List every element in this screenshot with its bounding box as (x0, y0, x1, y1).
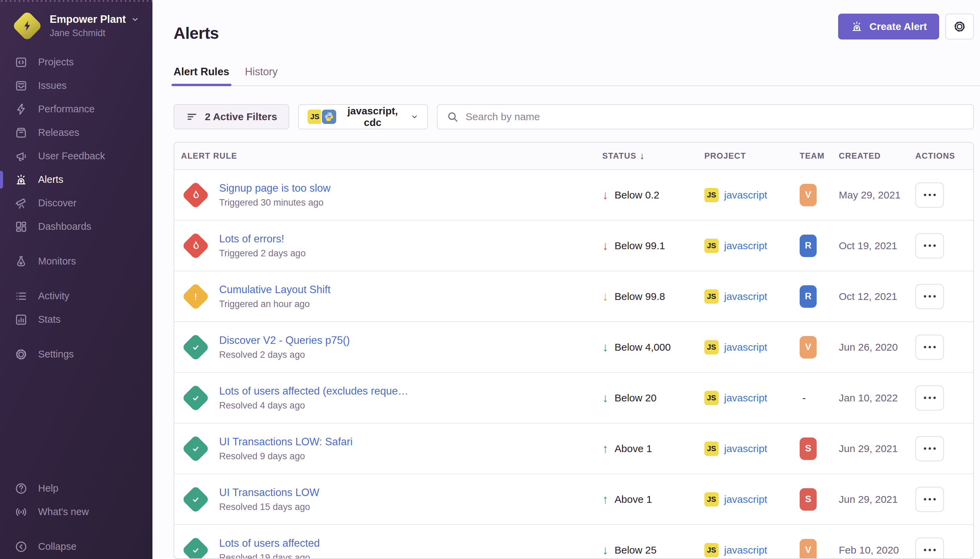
alert-rule-status-text: Resolved 19 days ago (219, 552, 320, 559)
row-actions-button[interactable] (916, 436, 944, 461)
python-platform-icon (322, 110, 336, 124)
sidebar-item-activity[interactable]: Activity (0, 284, 152, 308)
alert-rule-link[interactable]: UI Transactions LOW: Safari (219, 436, 353, 448)
trend-arrow-icon: ↓ (602, 392, 609, 404)
sidebar-item-releases[interactable]: Releases (0, 121, 152, 144)
issues-icon (14, 79, 28, 93)
sidebar-item-stats[interactable]: Stats (0, 308, 152, 331)
status-cell: ↓ Below 20 (602, 392, 704, 404)
column-header-created: Created (839, 151, 916, 161)
column-header-status[interactable]: Status ↓ (602, 150, 704, 161)
sidebar-item-dashboards[interactable]: Dashboards (0, 215, 152, 238)
tab-history[interactable]: History (245, 66, 278, 86)
sidebar: Empower Plant Jane Schmidt Projects Issu… (0, 0, 152, 559)
org-user: Jane Schmidt (49, 28, 140, 38)
project-link[interactable]: javascript (724, 392, 767, 404)
alert-rule-link[interactable]: Lots of users affected (219, 537, 320, 549)
team-cell: V (800, 539, 839, 559)
status-cell: ↓ Below 25 (602, 544, 704, 556)
created-cell: Jun 29, 2021 (839, 494, 916, 505)
javascript-platform-icon: JS (704, 239, 719, 253)
org-name: Empower Plant (49, 13, 140, 26)
row-actions-button[interactable] (916, 385, 944, 410)
created-cell: Jun 29, 2021 (839, 443, 916, 455)
alert-rule-status-text: Resolved 2 days ago (219, 350, 350, 360)
alert-rule-link[interactable]: Lots of users affected (excludes reque… (219, 385, 408, 397)
active-filters-button[interactable]: 2 Active Filters (173, 104, 289, 129)
dashboards-icon (14, 220, 28, 233)
project-cell: JS javascript (704, 289, 800, 304)
alerts-settings-button[interactable] (945, 13, 974, 40)
project-link[interactable]: javascript (724, 494, 767, 505)
project-cell: JS javascript (704, 543, 800, 557)
alert-rule-status-text: Triggered 2 days ago (219, 248, 305, 259)
sidebar-footer-nav: Help What's new Collapse (0, 465, 152, 559)
row-actions-button[interactable] (916, 233, 944, 258)
search-box (437, 104, 974, 129)
sidebar-item-monitors[interactable]: Monitors (0, 250, 152, 273)
table-row: Cumulative Layout Shift Triggered an hou… (174, 271, 973, 322)
filter-bar: 2 Active Filters JS javascript, cdc (173, 104, 974, 129)
javascript-platform-icon: JS (704, 340, 719, 354)
team-cell: R (800, 235, 839, 257)
created-cell: May 29, 2021 (839, 189, 916, 201)
trend-arrow-icon: ↓ (602, 189, 609, 201)
sidebar-item-projects[interactable]: Projects (0, 50, 152, 74)
javascript-platform-icon: JS (704, 391, 719, 405)
project-link[interactable]: javascript (724, 544, 767, 556)
project-cell: JS javascript (704, 391, 800, 405)
sidebar-item-settings[interactable]: Settings (0, 342, 152, 366)
row-actions-button[interactable] (916, 182, 944, 208)
project-link[interactable]: javascript (724, 240, 767, 251)
project-selector-dropdown[interactable]: JS javascript, cdc (298, 104, 428, 129)
table-row: Lots of users affected Resolved 19 days … (174, 525, 973, 559)
created-cell: Oct 12, 2021 (839, 291, 916, 302)
tab-alert-rules[interactable]: Alert Rules (173, 66, 229, 86)
row-actions-button[interactable] (916, 538, 944, 559)
project-link[interactable]: javascript (724, 341, 767, 353)
javascript-platform-icon: JS (704, 543, 719, 557)
trend-arrow-icon: ↑ (602, 493, 609, 506)
search-input[interactable] (465, 111, 964, 123)
status-cell: ↓ Below 4,000 (602, 341, 704, 353)
status-cell: ↑ Above 1 (602, 493, 704, 506)
severity-icon (182, 333, 210, 361)
create-alert-button[interactable]: Create Alert (838, 13, 939, 40)
tab-bar: Alert Rules History (173, 66, 980, 86)
table-header-row: Alert Rule Status ↓ Project Team Created… (174, 143, 973, 170)
gear-icon (953, 20, 967, 33)
alert-rule-link[interactable]: UI Transactions LOW (219, 486, 320, 499)
alert-rule-link[interactable]: Discover V2 - Queries p75() (219, 334, 350, 347)
sidebar-item-discover[interactable]: Discover (0, 191, 152, 215)
sidebar-item-whats-new[interactable]: What's new (0, 500, 152, 524)
sidebar-item-alerts[interactable]: Alerts (0, 168, 152, 191)
page-title: Alerts (173, 25, 219, 43)
team-cell: S (800, 437, 839, 460)
table-row: UI Transactions LOW Resolved 15 days ago… (174, 474, 973, 525)
alert-rule-link[interactable]: Lots of errors! (219, 233, 305, 245)
alert-rule-link[interactable]: Cumulative Layout Shift (219, 284, 330, 296)
team-avatar: V (800, 336, 817, 359)
monitors-icon (14, 255, 28, 268)
org-switcher[interactable]: Empower Plant Jane Schmidt (0, 0, 152, 39)
project-link[interactable]: javascript (724, 189, 767, 201)
row-actions-button[interactable] (916, 487, 944, 512)
trend-arrow-icon: ↑ (602, 443, 609, 455)
sidebar-item-collapse[interactable]: Collapse (0, 535, 152, 558)
team-avatar: V (800, 539, 817, 559)
alert-rule-link[interactable]: Signup page is too slow (219, 182, 330, 194)
table-row: UI Transactions LOW: Safari Resolved 9 d… (174, 423, 973, 474)
project-link[interactable]: javascript (724, 291, 767, 302)
stats-icon (14, 313, 28, 326)
sidebar-item-issues[interactable]: Issues (0, 74, 152, 98)
sidebar-item-help[interactable]: Help (0, 476, 152, 500)
page-header: Alerts Create Alert (173, 0, 974, 53)
row-actions-button[interactable] (916, 335, 944, 360)
sidebar-item-performance[interactable]: Performance (0, 98, 152, 121)
app-root: Empower Plant Jane Schmidt Projects Issu… (0, 0, 980, 559)
alerts-icon (14, 173, 28, 187)
sidebar-item-user-feedback[interactable]: User Feedback (0, 144, 152, 168)
status-cell: ↓ Below 0.2 (602, 189, 704, 201)
project-link[interactable]: javascript (724, 443, 767, 455)
row-actions-button[interactable] (916, 284, 944, 309)
